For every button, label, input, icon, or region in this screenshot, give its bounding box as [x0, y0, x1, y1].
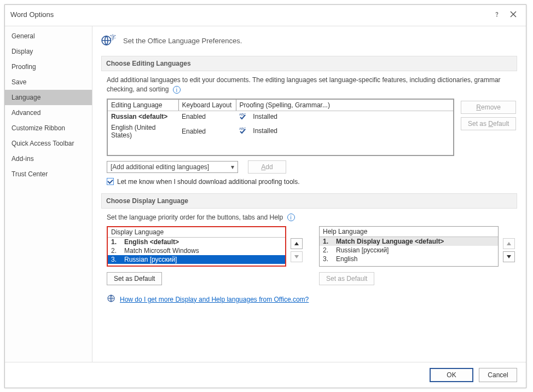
- sidebar: General Display Proofing Save Language A…: [5, 26, 92, 362]
- move-down-button[interactable]: [291, 251, 303, 262]
- display-language-column: Display Language 1.English <default> 2.M…: [107, 226, 303, 267]
- sidebar-item-display[interactable]: Display: [5, 44, 92, 59]
- help-language-head: Help Language: [320, 227, 498, 237]
- svg-marker-7: [294, 242, 299, 245]
- editing-description: Add additional languages to edit your do…: [107, 76, 517, 94]
- word-options-dialog: Word Options General Display Proofing Sa…: [4, 4, 526, 388]
- col-keyboard-layout[interactable]: Keyboard Layout: [178, 99, 236, 111]
- display-description: Set the language priority order for the …: [107, 213, 517, 222]
- sidebar-item-advanced[interactable]: Advanced: [5, 105, 92, 120]
- cancel-button[interactable]: Cancel: [479, 368, 517, 382]
- page-header-text: Set the Office Language Preferences.: [123, 37, 242, 45]
- help-language-column: Help Language 1.Match Display Language <…: [319, 226, 515, 267]
- dialog-footer: OK Cancel: [5, 362, 526, 388]
- proof-check-icon: ABC: [239, 126, 248, 136]
- svg-marker-8: [294, 255, 299, 258]
- proof-check-icon: ABC: [239, 112, 248, 122]
- sidebar-item-addins[interactable]: Add-ins: [5, 151, 92, 166]
- sidebar-item-save[interactable]: Save: [5, 74, 92, 90]
- move-up-button[interactable]: [291, 238, 303, 249]
- dialog-body: General Display Proofing Save Language A…: [5, 26, 526, 362]
- display-section-title: Choose Display Language: [101, 193, 517, 209]
- display-language-listbox[interactable]: Display Language 1.English <default> 2.M…: [107, 226, 286, 267]
- list-item[interactable]: 3.Russian [русский]: [108, 255, 285, 264]
- table-row[interactable]: English (United States) Enabled ABC Inst…: [107, 123, 454, 140]
- list-item[interactable]: 1.English <default>: [108, 238, 285, 246]
- language-icon: 字: [101, 33, 117, 48]
- sidebar-item-qat[interactable]: Quick Access Toolbar: [5, 136, 92, 151]
- chevron-down-icon: ▾: [231, 163, 234, 171]
- col-proofing[interactable]: Proofing (Spelling, Grammar...): [236, 99, 454, 111]
- editing-section-title: Choose Editing Languages: [101, 56, 517, 71]
- svg-point-0: [497, 16, 497, 16]
- content-pane: 字 Set the Office Language Preferences. C…: [92, 26, 526, 362]
- info-icon[interactable]: i: [173, 86, 181, 94]
- close-button[interactable]: [505, 8, 522, 20]
- page-header: 字 Set the Office Language Preferences.: [101, 33, 517, 48]
- list-item[interactable]: 2.Match Microsoft Windows: [108, 246, 285, 255]
- globe-icon: [107, 294, 115, 304]
- display-set-default-button[interactable]: Set as Default: [107, 272, 162, 285]
- list-item[interactable]: 2.Russian [русский]: [320, 246, 498, 255]
- sidebar-item-customize-ribbon[interactable]: Customize Ribbon: [5, 120, 92, 136]
- proofing-tools-checkbox-label: Let me know when I should download addit…: [117, 178, 300, 186]
- sidebar-item-general[interactable]: General: [5, 28, 92, 44]
- add-language-select[interactable]: [Add additional editing languages] ▾: [107, 161, 238, 173]
- move-down-button[interactable]: [503, 251, 515, 262]
- dialog-title: Word Options: [10, 10, 489, 19]
- editing-languages-table[interactable]: Editing Language Keyboard Layout Proofin…: [107, 99, 454, 156]
- table-row[interactable]: Russian <default> Enabled ABC Installed: [107, 111, 454, 123]
- display-language-head: Display Language: [108, 227, 285, 238]
- list-item[interactable]: 3.English: [320, 255, 498, 263]
- svg-text:字: 字: [110, 34, 116, 41]
- info-icon[interactable]: i: [287, 214, 295, 221]
- remove-button[interactable]: Remove: [461, 101, 516, 114]
- help-language-listbox[interactable]: Help Language 1.Match Display Language <…: [319, 226, 499, 267]
- help-set-default-button[interactable]: Set as Default: [319, 272, 374, 285]
- proofing-tools-checkbox[interactable]: [107, 178, 114, 185]
- svg-marker-10: [507, 255, 511, 258]
- sidebar-item-proofing[interactable]: Proofing: [5, 59, 92, 74]
- add-button[interactable]: Add: [248, 160, 286, 174]
- move-up-button[interactable]: [503, 238, 515, 249]
- col-editing-language[interactable]: Editing Language: [107, 99, 178, 111]
- titlebar: Word Options: [5, 5, 526, 26]
- set-as-default-button[interactable]: Set as Default: [461, 117, 516, 130]
- sidebar-item-language[interactable]: Language: [5, 90, 92, 105]
- list-item[interactable]: 1.Match Display Language <default>: [320, 237, 498, 246]
- help-button[interactable]: [489, 8, 505, 20]
- more-languages-link[interactable]: How do I get more Display and Help langu…: [120, 296, 309, 303]
- ok-button[interactable]: OK: [430, 368, 473, 382]
- svg-marker-9: [507, 242, 511, 245]
- sidebar-item-trust-center[interactable]: Trust Center: [5, 166, 92, 182]
